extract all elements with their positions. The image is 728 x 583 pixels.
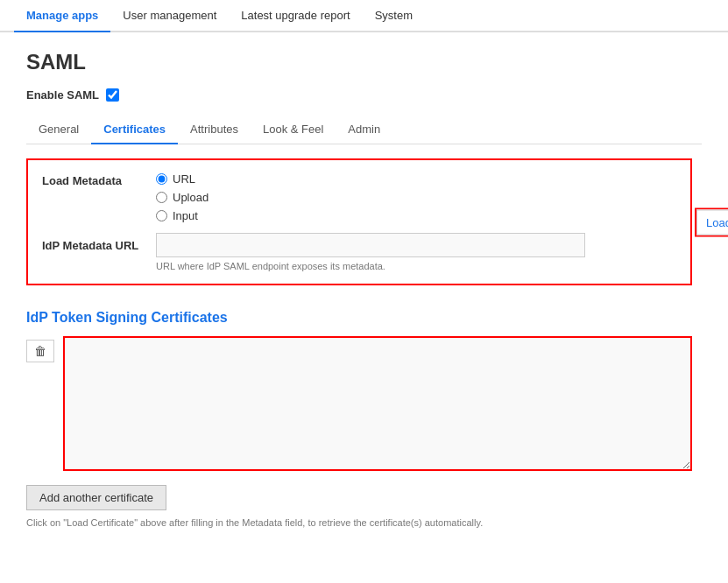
page-title: SAML [26, 50, 702, 74]
cert-delete-button[interactable]: 🗑 [26, 340, 54, 362]
radio-upload[interactable]: Upload [156, 191, 209, 204]
cert-row: 🗑 [26, 336, 692, 471]
enable-saml-row: Enable SAML [26, 88, 702, 102]
nav-item-upgrade-report[interactable]: Latest upgrade report [229, 0, 362, 32]
radio-input[interactable]: Input [156, 209, 209, 222]
cert-hint: Click on "Load Certificate" above after … [26, 517, 692, 528]
enable-saml-label: Enable SAML [26, 88, 99, 102]
tab-admin[interactable]: Admin [336, 116, 392, 144]
idp-url-label: IdP Metadata URL [42, 239, 156, 252]
tab-attributes[interactable]: Attributes [178, 116, 251, 144]
idp-url-input[interactable] [156, 233, 585, 257]
metadata-section: Load Metadata URL Upload Input [26, 158, 692, 285]
idp-url-row: IdP Metadata URL [42, 233, 676, 257]
radio-upload-label: Upload [173, 191, 209, 204]
load-cert-button[interactable]: Load Certificate ↕ [696, 209, 728, 235]
tabs: General Certificates Attributes Look & F… [26, 116, 702, 144]
radio-input-input[interactable] [156, 210, 167, 221]
tab-general[interactable]: General [26, 116, 91, 144]
radio-group: URL Upload Input [156, 172, 209, 222]
top-nav: Manage apps User management Latest upgra… [0, 0, 728, 32]
radio-upload-input[interactable] [156, 192, 167, 203]
load-metadata-label: Load Metadata [42, 172, 156, 187]
page-content: SAML Enable SAML General Certificates At… [0, 32, 728, 545]
load-cert-button-wrapper: Load Certificate ↕ [695, 207, 728, 236]
tab-certificates[interactable]: Certificates [91, 116, 178, 144]
nav-item-system[interactable]: System [363, 0, 425, 32]
trash-icon: 🗑 [34, 344, 46, 358]
signing-certs-title: IdP Token Signing Certificates [26, 310, 692, 326]
load-cert-label: Load Certificate [706, 215, 728, 228]
tab-look-feel[interactable]: Look & Feel [251, 116, 336, 144]
cert-textarea[interactable] [65, 338, 690, 469]
url-hint: URL where IdP SAML endpoint exposes its … [156, 261, 676, 271]
nav-item-user-management[interactable]: User management [110, 0, 229, 32]
cert-textarea-wrapper [63, 336, 692, 471]
radio-url[interactable]: URL [156, 172, 209, 186]
radio-url-label: URL [173, 172, 195, 186]
nav-item-manage-apps[interactable]: Manage apps [14, 0, 110, 32]
load-metadata-row: Load Metadata URL Upload Input [42, 172, 676, 222]
enable-saml-checkbox[interactable] [106, 88, 119, 102]
add-cert-button[interactable]: Add another certificate [26, 485, 166, 510]
radio-url-input[interactable] [156, 173, 167, 185]
radio-input-label: Input [173, 209, 198, 222]
signing-certs-section: IdP Token Signing Certificates 🗑 Add ano… [26, 310, 692, 528]
